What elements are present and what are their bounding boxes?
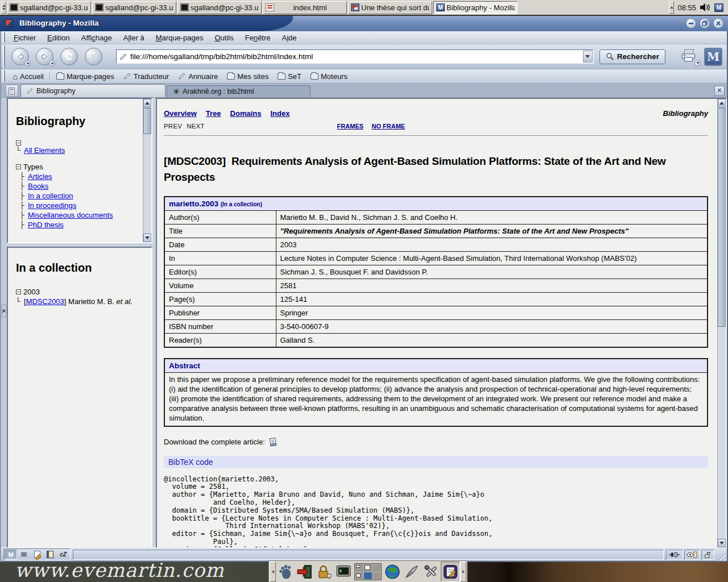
taskbar-window-index-html[interactable]: index.html: [263, 1, 347, 14]
mozilla-logo[interactable]: M: [704, 48, 722, 66]
workspace-5-active[interactable]: [364, 572, 372, 580]
terminal-launcher-button[interactable]: [334, 562, 353, 582]
pen-launcher-button[interactable]: [402, 562, 421, 582]
browser-launcher-button[interactable]: [383, 562, 402, 582]
sidebar-link-in-proceedings[interactable]: In proceedings: [28, 201, 76, 210]
print-dropdown[interactable]: [694, 60, 701, 66]
tree-year-toggle[interactable]: 2003: [16, 287, 142, 297]
search-button[interactable]: Rechercher: [599, 49, 665, 64]
mozilla-tray-icon[interactable]: M: [714, 3, 723, 12]
download-article-icon[interactable]: [268, 437, 278, 447]
back-dropdown[interactable]: [24, 60, 31, 66]
workspace-3[interactable]: [373, 564, 380, 572]
panel-hide-left[interactable]: [270, 562, 276, 582]
menu-affichage[interactable]: Affichage: [76, 32, 118, 43]
noframe-link[interactable]: NO FRAME: [372, 123, 406, 130]
personal-bookmark-annuaire[interactable]: Annuaire: [173, 72, 222, 81]
frames-link[interactable]: FRAMES: [337, 123, 363, 130]
url-dropdown[interactable]: [583, 51, 593, 63]
security-indicator[interactable]: [701, 550, 714, 560]
tab-arakhne[interactable]: Arakhnê.org : bib2html: [167, 85, 311, 97]
sidebar-link-in-a-collection[interactable]: In a collection: [28, 191, 73, 201]
doc-nav-tree[interactable]: Tree: [206, 109, 221, 118]
personal-bookmark-accueil[interactable]: ⌂Accueil: [8, 72, 48, 81]
personal-bookmark-moteurs[interactable]: Moteurs: [306, 72, 352, 81]
forward-button[interactable]: [36, 48, 53, 65]
taskbar-window-bibliography-mozilla[interactable]: MBibliography - Mozilla: [433, 1, 518, 14]
panel-hide-right[interactable]: [460, 562, 466, 582]
tools-launcher-button[interactable]: [421, 562, 441, 582]
collapse-icon[interactable]: [16, 289, 21, 294]
personal-bookmark-set[interactable]: SeT: [273, 72, 306, 81]
sidebar-grip[interactable]: [2, 305, 6, 317]
sidebar-link-all-elements[interactable]: All Elements: [24, 146, 65, 155]
workspace-1[interactable]: [355, 564, 363, 572]
workspace-4[interactable]: [355, 572, 363, 580]
print-button[interactable]: [680, 48, 697, 65]
url-input[interactable]: [130, 52, 582, 61]
navigator-component-button[interactable]: M: [5, 550, 17, 559]
menubar-grippy[interactable]: [2, 32, 6, 43]
addressbook-component-button[interactable]: [44, 550, 56, 559]
tab-close-button[interactable]: ×: [714, 86, 725, 96]
navbar-grippy[interactable]: [2, 45, 6, 68]
tree-group-types[interactable]: Types: [16, 162, 142, 172]
menu-aller[interactable]: Aller à: [118, 32, 150, 43]
taskbar-window-sgalland-pc-gi-33-utbn[interactable]: sgalland@pc-gi-33.utbn: [92, 1, 176, 14]
scrollbar-thumb[interactable]: [718, 108, 726, 327]
workspace-switcher[interactable]: [354, 563, 382, 580]
resize-grip[interactable]: [717, 552, 726, 561]
menu-fen-tre[interactable]: Fenêtre: [239, 32, 276, 43]
workspace-2[interactable]: [364, 564, 372, 572]
minimize-button[interactable]: [686, 18, 696, 28]
logout-button[interactable]: [295, 562, 315, 582]
taskbar-window-sgalland-pc-gi-33-utbn[interactable]: sgalland@pc-gi-33.utbn: [7, 1, 91, 14]
chatzilla-component-button[interactable]: cZ: [57, 550, 69, 559]
notes-app-button[interactable]: [441, 562, 460, 582]
sidebar-scrollbar[interactable]: [143, 99, 151, 242]
back-button[interactable]: [11, 48, 29, 65]
sidebar-link-phd-thesis[interactable]: PhD thesis: [28, 220, 64, 230]
collapse-icon[interactable]: [16, 164, 21, 169]
sidebar-link-books[interactable]: Books: [28, 181, 48, 191]
personal-toolbar-grippy[interactable]: [2, 70, 6, 82]
form-manager-indicator[interactable]: [684, 550, 700, 560]
scroll-down-button[interactable]: [718, 539, 726, 547]
taskbar-window-une-th-se-qui-sort-du-lo[interactable]: Une thèse qui sort du lo: [348, 1, 432, 14]
composer-component-button[interactable]: [31, 550, 43, 559]
tab-bibliography[interactable]: Bibliography: [20, 84, 166, 97]
scroll-up-button[interactable]: [718, 99, 726, 107]
collapse-icon[interactable]: [16, 140, 21, 146]
sidebar-link-articles[interactable]: Articles: [28, 172, 52, 181]
speaker-icon[interactable]: [700, 3, 711, 12]
maximize-button[interactable]: [700, 18, 710, 28]
online-indicator[interactable]: [666, 550, 683, 560]
menu-fichier[interactable]: Fichier: [8, 32, 42, 43]
taskbar-window-sgalland-pc-gi-33-utbn[interactable]: sgalland@pc-gi-33.utbn: [177, 1, 262, 14]
menu-marque-pages[interactable]: Marque-pages: [150, 32, 209, 43]
reload-button[interactable]: [60, 48, 78, 65]
menu-outils[interactable]: Outils: [209, 32, 239, 43]
menu-edition[interactable]: Edition: [42, 32, 76, 43]
window-titlebar[interactable]: Bibliography - Mozilla: [0, 16, 728, 31]
forward-dropdown[interactable]: [49, 60, 55, 66]
workspace-6[interactable]: [373, 572, 380, 580]
mail-component-button[interactable]: ✉: [18, 550, 30, 559]
scrollbar-thumb[interactable]: [143, 108, 151, 134]
doc-nav-domains[interactable]: Domains: [230, 109, 262, 118]
lock-screen-button[interactable]: [315, 562, 334, 582]
personal-bookmark-traducteur[interactable]: Traducteur: [119, 72, 173, 81]
doc-nav-overview[interactable]: Overview: [164, 109, 197, 118]
gnome-menu-button[interactable]: [276, 562, 295, 582]
tasklist-scroller[interactable]: [1, 1, 6, 14]
entry-link-mdsc2003[interactable]: MDSC2003: [26, 297, 64, 306]
tree-root-toggle[interactable]: [16, 140, 142, 146]
tray-handle[interactable]: [669, 1, 674, 14]
close-button[interactable]: [713, 18, 723, 28]
personal-bookmark-mes-sites[interactable]: Mes sites: [222, 72, 273, 81]
stop-button[interactable]: [85, 48, 102, 65]
scroll-down-button[interactable]: [143, 234, 151, 242]
document-scrollbar[interactable]: [717, 99, 726, 547]
personal-bookmark-marque-pages[interactable]: Marque-pages: [52, 72, 119, 81]
tab-list-button[interactable]: [6, 85, 18, 97]
